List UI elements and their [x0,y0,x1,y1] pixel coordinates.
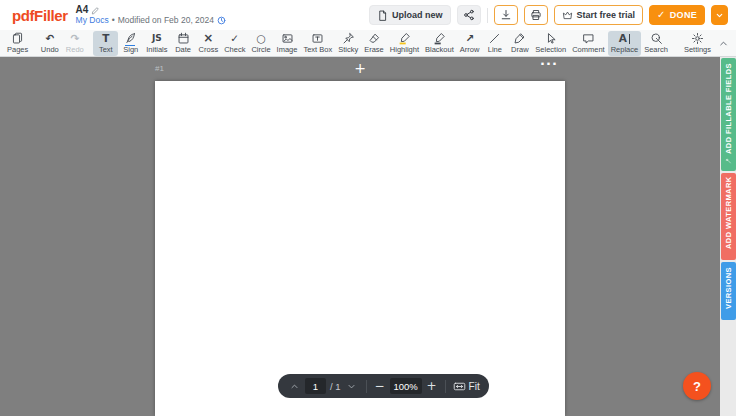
share-icon [463,9,475,21]
document-page[interactable] [155,81,565,416]
sticky-pin-icon [342,32,355,45]
erase-icon [368,32,381,45]
tool-label: Undo [41,45,59,54]
tool-label: Highlight [390,45,419,54]
comment-icon [582,32,595,45]
settings-gear-icon [691,32,704,45]
selection-cursor-icon [544,32,557,45]
start-free-trial-button[interactable]: Start free trial [554,5,644,25]
page-options-button[interactable]: ··· [540,57,558,71]
side-tab-label: ADD FILLABLE FIELDS [724,63,733,154]
tool-erase[interactable]: Erase [361,31,387,56]
versions-tab[interactable]: VERSIONS [721,262,736,320]
download-button[interactable] [494,5,518,25]
tool-blackout[interactable]: Blackout [422,31,457,56]
tool-label: Text [99,45,113,54]
next-page-button[interactable] [345,379,359,393]
document-title: A4 [76,5,89,15]
tool-text[interactable]: T Text [93,31,118,56]
tool-circle[interactable]: ○ Circle [248,31,273,56]
add-page-button[interactable]: + [350,60,370,77]
tool-sticky[interactable]: Sticky [335,31,361,56]
add-watermark-tab[interactable]: ADD WATERMARK [721,173,736,260]
header: pdfFiller A4 My Docs • Modified on Feb 2… [0,0,736,30]
tool-search[interactable]: Search [641,31,671,56]
tool-label: Arrow [460,45,480,54]
tool-sign[interactable]: Sign [118,31,143,56]
print-button[interactable] [524,5,548,25]
check-icon: ✓ [230,32,239,45]
pager-divider [445,380,446,393]
tool-image[interactable]: Image [274,31,301,56]
pdffiller-logo[interactable]: pdfFiller [12,7,68,24]
tool-pages[interactable]: Pages [4,31,31,56]
zoom-level-input[interactable]: 100% [390,378,422,394]
tool-label: Text Box [303,45,332,54]
edit-title-icon[interactable] [91,6,100,15]
line-icon [488,32,501,45]
arrow-icon: ↗ [465,32,474,45]
print-icon [530,9,542,21]
crown-icon [562,10,573,21]
tool-comment[interactable]: Comment [569,31,608,56]
current-page-input[interactable]: 1 [305,378,326,394]
replace-icon: A [619,32,630,45]
zoom-in-button[interactable]: + [426,380,438,392]
text-tool-icon: T [102,32,109,45]
done-button[interactable]: ✓ DONE [649,5,705,25]
draw-pen-icon [513,32,526,45]
chevron-down-icon [715,11,724,20]
tool-redo[interactable]: ↷ Redo [62,31,87,56]
undo-icon: ↶ [45,32,54,45]
tool-selection[interactable]: Selection [532,31,569,56]
tool-undo[interactable]: ↶ Undo [37,31,62,56]
collapse-toolbar-button[interactable] [714,32,732,54]
tool-replace[interactable]: A Replace [608,31,642,56]
add-fillable-fields-tab[interactable]: ADD FILLABLE FIELDS [721,58,736,171]
done-label: DONE [670,10,697,20]
tool-draw[interactable]: Draw [507,31,532,56]
previous-page-button[interactable] [287,379,301,393]
zoom-out-button[interactable]: − [374,380,386,392]
upload-new-button[interactable]: Upload new [369,5,451,25]
tool-label: Date [175,45,191,54]
tool-label: Check [224,45,245,54]
tool-label: Selection [535,45,566,54]
pages-icon [11,32,24,45]
tool-highlight[interactable]: Highlight [387,31,422,56]
fit-label: Fit [469,381,480,392]
tool-cross[interactable]: × Cross [196,31,222,56]
tool-initials[interactable]: JS Initials [143,31,170,56]
modified-text: Modified on Feb 20, 2024 [118,16,214,25]
download-icon [500,9,512,21]
side-tab-label: VERSIONS [724,267,733,309]
tool-label: Comment [572,45,605,54]
share-button[interactable] [457,5,481,25]
tool-label: Circle [251,45,270,54]
tool-text-box[interactable]: Text Box [300,31,335,56]
tool-settings[interactable]: Settings [681,31,714,56]
tool-label: Erase [364,45,384,54]
total-pages-label: / 1 [330,381,341,392]
done-dropdown-button[interactable] [711,5,728,25]
circle-icon: ○ [256,32,265,45]
text-cursor-bar [629,34,630,44]
upload-new-label: Upload new [392,10,443,20]
tool-label: Cross [199,45,219,54]
tool-label: Sign [123,45,138,54]
upload-document-icon [377,10,388,21]
history-clock-icon[interactable] [217,16,226,25]
blackout-icon [433,32,446,45]
header-divider [487,8,488,23]
tool-arrow[interactable]: ↗ Arrow [457,31,483,56]
search-icon [650,32,663,45]
help-button[interactable]: ? [683,372,711,400]
tool-date[interactable]: Date [171,31,196,56]
cross-icon: × [203,32,213,45]
chevron-down-icon [347,382,356,391]
redo-icon: ↷ [70,32,79,45]
fit-to-page-button[interactable]: Fit [453,380,480,393]
tool-line[interactable]: Line [482,31,507,56]
tool-check[interactable]: ✓ Check [221,31,248,56]
my-docs-link[interactable]: My Docs [76,16,109,25]
